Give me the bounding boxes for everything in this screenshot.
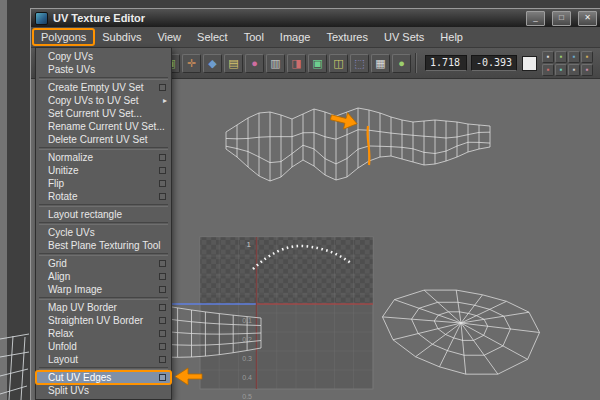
option-box-icon[interactable] [159,343,166,350]
menu-item-set-current-uv-set[interactable]: Set Current UV Set... [36,107,171,120]
menubar-item-view[interactable]: View [149,29,189,45]
minimize-button[interactable]: _ [526,11,545,26]
menu-item-label: Layout rectangle [48,209,122,220]
menu-item-rename-current-uv-set[interactable]: Rename Current UV Set... [36,120,171,133]
toolbar-value-field-1[interactable]: 1.718 [425,55,467,71]
menubar-item-subdivs[interactable]: Subdivs [94,29,149,45]
menubar-item-image[interactable]: Image [272,29,319,45]
menu-item-unfold[interactable]: Unfold [36,340,171,353]
option-box-icon[interactable] [159,167,166,174]
close-button[interactable]: ✕ [578,11,597,26]
menu-item-label: Split UVs [48,385,89,396]
menu-item-label: Paste UVs [48,64,95,75]
toolbar-icon-20[interactable]: ▪ [555,51,567,63]
toolbar-value-field-2[interactable]: -0.393 [471,55,517,71]
toolbar-icon-25[interactable]: ▪ [568,64,580,76]
menu-separator [39,253,168,256]
option-box-icon[interactable] [159,193,166,200]
option-box-icon[interactable] [159,154,166,161]
menu-separator [39,367,168,370]
menu-item-flip[interactable]: Flip [36,177,171,190]
option-box-icon[interactable] [159,356,166,363]
option-box-icon[interactable] [159,304,166,311]
toolbar-icon-12[interactable]: ▥ [266,54,285,73]
menu-item-label: Rotate [48,191,77,202]
menu-item-label: Normalize [48,152,93,163]
menu-item-label: Set Current UV Set... [48,108,142,119]
menubar-item-uv-sets[interactable]: UV Sets [376,29,432,45]
menu-item-label: Rename Current UV Set... [48,121,165,132]
menubar-item-help[interactable]: Help [432,29,471,45]
submenu-arrow-icon: ▸ [163,94,167,107]
toolbar-icon-13[interactable]: ◨ [287,54,306,73]
menu-item-split-uvs[interactable]: Split UVs [36,384,171,397]
color-swatch[interactable] [522,56,537,71]
menu-item-layout-rectangle[interactable]: Layout rectangle [36,208,171,221]
menu-item-label: Align [48,271,70,282]
menu-item-paste-uvs[interactable]: Paste UVs [36,63,171,76]
toolbar-icon-10[interactable]: ▤ [224,54,243,73]
menu-item-grid[interactable]: Grid [36,257,171,270]
menu-item-delete-current-uv-set[interactable]: Delete Current UV Set [36,133,171,146]
menu-item-label: Best Plane Texturing Tool [48,240,160,251]
option-box-icon[interactable] [159,84,166,91]
menubar-item-textures[interactable]: Textures [318,29,376,45]
menu-item-label: Map UV Border [48,302,117,313]
option-box-icon[interactable] [159,260,166,267]
menu-item-layout[interactable]: Layout [36,353,171,366]
toolbar-icon-15[interactable]: ◫ [329,54,348,73]
toolbar-icon-14[interactable]: ▣ [308,54,327,73]
titlebar[interactable]: UV Texture Editor _ □ ✕ [31,9,600,27]
polygons-dropdown-menu: Copy UVsPaste UVsCreate Empty UV SetCopy… [35,47,172,400]
toolbar-icon-21[interactable]: ▪ [568,51,580,63]
menu-item-normalize[interactable]: Normalize [36,151,171,164]
menu-item-label: Layout [48,354,78,365]
menu-separator [39,77,168,80]
option-box-icon[interactable] [159,180,166,187]
menu-item-label: Relax [48,328,74,339]
menu-separator [39,222,168,225]
menubar-item-tool[interactable]: Tool [236,29,272,45]
option-box-icon[interactable] [159,286,166,293]
menu-item-label: Copy UVs to UV Set [48,95,139,106]
menu-item-label: Unitize [48,165,79,176]
menu-item-cycle-uvs[interactable]: Cycle UVs [36,226,171,239]
menu-item-best-plane-texturing-tool[interactable]: Best Plane Texturing Tool [36,239,171,252]
toolbar-separator [415,53,417,73]
maximize-button[interactable]: □ [552,11,571,26]
option-box-icon[interactable] [159,330,166,337]
menu-item-cut-uv-edges[interactable]: Cut UV Edges [36,371,171,384]
menu-separator [39,147,168,150]
toolbar-icon-22[interactable]: ▪ [581,51,593,63]
toolbar-icon-23[interactable]: ▪ [542,64,554,76]
menu-item-create-empty-uv-set[interactable]: Create Empty UV Set [36,81,171,94]
menu-item-label: Grid [48,258,67,269]
background-panel-strip [0,0,7,400]
menu-separator [39,204,168,207]
toolbar-icon-9[interactable]: ◆ [203,54,222,73]
menu-item-copy-uvs-to-uv-set[interactable]: Copy UVs to UV Set▸ [36,94,171,107]
menu-item-label: Straighten UV Border [48,315,143,326]
toolbar-icon-16[interactable]: ⬚ [350,54,369,73]
toolbar-icon-11[interactable]: ● [245,54,264,73]
menu-item-rotate[interactable]: Rotate [36,190,171,203]
menu-item-relax[interactable]: Relax [36,327,171,340]
option-box-icon[interactable] [159,317,166,324]
toolbar-icon-24[interactable]: ▪ [555,64,567,76]
menu-item-copy-uvs[interactable]: Copy UVs [36,50,171,63]
toolbar-icon-19[interactable]: ▪ [542,51,554,63]
toolbar-icon-8[interactable]: ✛ [182,54,201,73]
toolbar-icon-18[interactable]: ● [392,54,411,73]
menu-item-warp-image[interactable]: Warp Image [36,283,171,296]
menubar-item-select[interactable]: Select [189,29,236,45]
toolbar-icon-26[interactable]: ▪ [581,64,593,76]
menubar-item-polygons[interactable]: Polygons [33,29,94,45]
toolbar-icon-17[interactable]: ▦ [371,54,390,73]
option-box-icon[interactable] [159,273,166,280]
option-box-icon[interactable] [159,374,166,381]
menu-item-straighten-uv-border[interactable]: Straighten UV Border [36,314,171,327]
menu-item-label: Copy UVs [48,51,93,62]
menu-item-unitize[interactable]: Unitize [36,164,171,177]
menu-item-map-uv-border[interactable]: Map UV Border [36,301,171,314]
menu-item-align[interactable]: Align [36,270,171,283]
